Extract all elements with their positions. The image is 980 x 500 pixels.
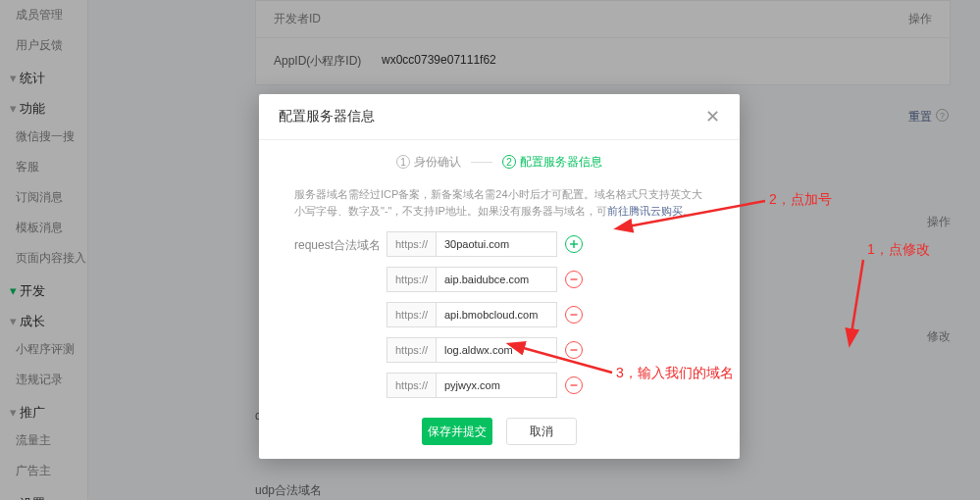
step-2: 2配置服务器信息 xyxy=(502,154,602,171)
remove-icon[interactable] xyxy=(565,341,583,359)
remove-icon[interactable] xyxy=(565,271,583,288)
save-button[interactable]: 保存并提交 xyxy=(422,418,492,445)
https-prefix: https:// xyxy=(387,302,436,327)
domain-input[interactable] xyxy=(436,231,557,257)
domain-input[interactable] xyxy=(436,373,557,398)
remove-icon[interactable] xyxy=(565,306,583,324)
step-1: 1身份确认 xyxy=(396,154,461,171)
server-config-modal: 配置服务器信息 ✕ 1身份确认 2配置服务器信息 服务器域名需经过ICP备案，新… xyxy=(259,94,740,459)
https-prefix: https:// xyxy=(387,337,436,363)
cancel-button[interactable]: 取消 xyxy=(506,418,577,445)
modal-title: 配置服务器信息 xyxy=(279,108,375,125)
https-prefix: https:// xyxy=(387,373,436,398)
modal-steps: 1身份确认 2配置服务器信息 xyxy=(259,140,740,176)
request-domain-label: request合法域名 xyxy=(294,231,387,254)
domain-input-list: https:// https:// https:// https:// http… xyxy=(387,231,704,408)
domain-input[interactable] xyxy=(436,337,557,363)
domain-input[interactable] xyxy=(436,267,557,292)
close-icon[interactable]: ✕ xyxy=(705,108,720,125)
remove-icon[interactable] xyxy=(565,376,583,394)
add-icon[interactable] xyxy=(565,235,583,253)
domain-input[interactable] xyxy=(436,302,557,327)
https-prefix: https:// xyxy=(387,231,436,257)
modal-notice: 服务器域名需经过ICP备案，新备案域名需24小时后才可配置。域名格式只支持英文大… xyxy=(294,186,704,220)
tencent-cloud-link[interactable]: 前往腾讯云购买 xyxy=(607,205,683,217)
https-prefix: https:// xyxy=(387,267,436,292)
